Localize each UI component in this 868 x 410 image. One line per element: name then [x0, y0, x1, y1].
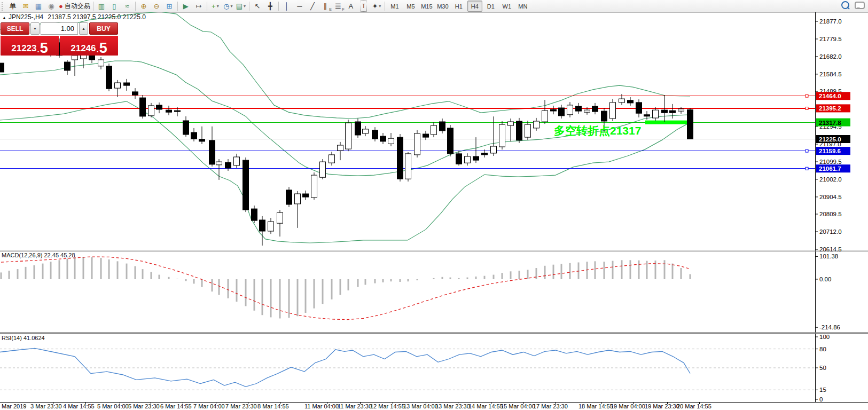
candlestick — [98, 60, 104, 66]
chart-canvas[interactable]: 21877.021779.521682.021584.521489.521294… — [0, 0, 868, 410]
candlestick — [380, 136, 386, 141]
candlestick — [687, 110, 693, 139]
candlestick — [372, 130, 378, 139]
candlestick — [148, 106, 154, 116]
chart-title: ▲JPN225-,H421387.5 21397.5 21225.0 21225… — [2, 13, 146, 21]
candlestick — [644, 115, 650, 116]
candlestick — [140, 98, 146, 116]
turning-point-highlight-bar[interactable] — [645, 121, 692, 124]
candlestick — [89, 55, 95, 60]
candlestick — [234, 157, 240, 165]
candlestick — [329, 155, 335, 163]
candlestick — [499, 124, 505, 147]
candlestick — [346, 123, 351, 149]
candlestick — [252, 209, 257, 220]
macd-indicator-label: MACD(12,26,9) 22.45 45.28 — [2, 252, 75, 258]
candlestick — [65, 62, 71, 70]
sell-price-display[interactable]: 21223.5 — [1, 36, 59, 56]
candlestick — [610, 102, 616, 119]
candlestick — [405, 154, 411, 179]
pane-borders — [0, 12, 868, 403]
candlestick — [448, 128, 453, 154]
candlestick — [388, 138, 394, 144]
candlestick — [295, 194, 301, 204]
candlestick — [132, 92, 138, 95]
volume-up-button[interactable]: ▲ — [79, 22, 88, 35]
main-chart-pane[interactable] — [0, 12, 815, 246]
candlestick — [534, 121, 539, 128]
candlestick — [517, 121, 522, 140]
candlestick — [542, 111, 548, 122]
volume-down-button[interactable]: ▼ — [30, 22, 40, 35]
candlestick — [268, 222, 274, 231]
candlestick — [0, 63, 4, 72]
volume-input[interactable]: 1.00 — [41, 22, 78, 35]
candlesticks — [0, 37, 693, 246]
pane-divider-macd-rsi[interactable] — [0, 332, 868, 334]
price-line-handle[interactable] — [806, 149, 808, 152]
candlestick — [225, 162, 231, 168]
candlestick — [338, 145, 343, 151]
sell-button[interactable]: SELL — [1, 22, 29, 35]
buy-price-display[interactable]: 21246.5 — [60, 36, 118, 56]
mt4-window: 单✉▦◉●自动交易▥▯≈⊕⊖⊞▶↦+▾◷▾▤▾↖╋│─╱∥E☰FAT✦▾M1M5… — [0, 0, 868, 410]
candlestick — [584, 110, 590, 112]
candlestick — [678, 109, 684, 111]
candlestick — [619, 99, 625, 102]
candlestick — [260, 220, 265, 231]
candlestick — [670, 111, 676, 113]
candlestick — [124, 83, 130, 85]
candlestick — [473, 156, 479, 160]
price-line-handle[interactable] — [806, 94, 808, 97]
candlestick — [243, 160, 249, 210]
one-click-trading-panel: SELL ▼ 1.00 ▲ BUY 21223.5 21246.5 — [1, 22, 118, 56]
candlestick — [355, 122, 361, 135]
candlestick — [525, 124, 531, 137]
candlestick — [397, 137, 403, 179]
turning-point-annotation[interactable]: 多空转折点21317 — [554, 123, 641, 138]
candlestick — [115, 83, 121, 88]
price-line-handle[interactable] — [806, 167, 808, 170]
rsi-pane[interactable] — [0, 348, 815, 390]
rsi-indicator-label: RSI(14) 41.0624 — [2, 335, 45, 341]
candlestick — [567, 105, 573, 115]
candlestick — [456, 154, 462, 164]
candlestick — [199, 139, 205, 141]
candlestick — [662, 110, 668, 113]
price-line-handle[interactable] — [806, 107, 808, 109]
candlestick — [175, 111, 181, 112]
candlestick — [601, 111, 607, 121]
candlestick — [482, 153, 488, 155]
candlestick — [216, 162, 222, 165]
candlestick — [106, 66, 112, 89]
candlestick — [508, 122, 514, 125]
candlestick — [183, 121, 189, 135]
candlestick — [431, 125, 437, 135]
candlestick — [423, 134, 429, 137]
candlestick — [209, 140, 215, 164]
candlestick — [592, 106, 598, 112]
collapse-panel-icon[interactable]: ▲ — [2, 15, 6, 20]
price-axis[interactable] — [815, 12, 868, 402]
candlestick — [277, 212, 283, 223]
symbol-period-label: JPN225-,H4 — [9, 13, 43, 21]
candlestick — [191, 132, 197, 139]
pane-divider-main-macd[interactable] — [0, 249, 868, 251]
candlestick — [491, 146, 497, 153]
candlestick — [628, 100, 634, 103]
candlestick — [303, 194, 309, 197]
candlestick — [320, 162, 326, 177]
candlestick — [166, 110, 172, 112]
macd-pane[interactable] — [1, 257, 690, 320]
candlestick — [465, 156, 471, 163]
candlestick — [653, 110, 659, 118]
candlestick — [286, 190, 292, 204]
candlestick — [363, 129, 369, 133]
buy-button[interactable]: BUY — [89, 22, 118, 35]
candlestick — [157, 105, 162, 109]
candlestick — [559, 108, 565, 116]
candlestick — [311, 175, 317, 198]
time-axis[interactable] — [0, 402, 815, 410]
ohlc-values: 21387.5 21397.5 21225.0 21225.0 — [48, 13, 146, 21]
candlestick — [576, 106, 582, 111]
